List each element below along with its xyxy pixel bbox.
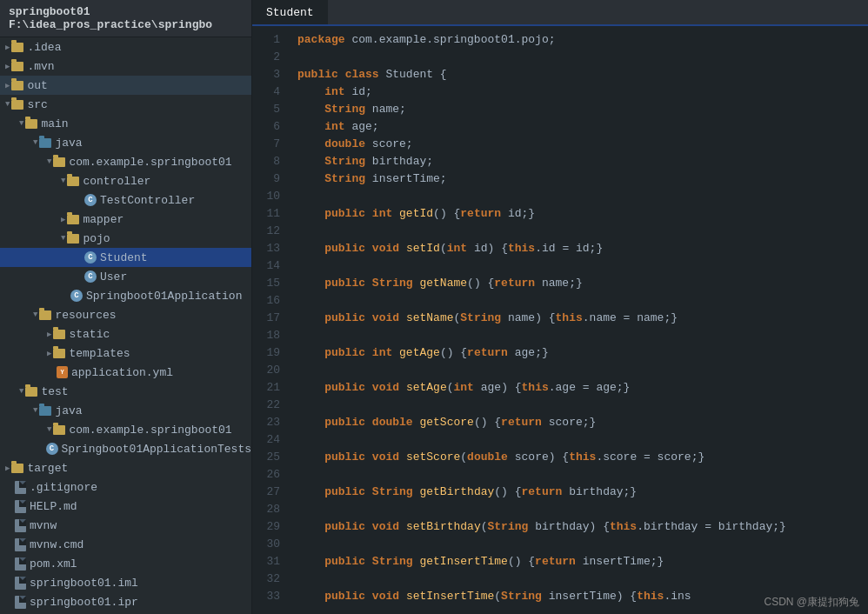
code-line: public String getName() {return name;} [297, 275, 868, 292]
code-line [297, 223, 868, 240]
tree-item-mapper[interactable]: mapper [0, 210, 251, 229]
file-icon [15, 596, 26, 609]
code-line: public String getInsertTime() {return in… [297, 553, 868, 571]
line-number: 2 [252, 49, 280, 66]
tree-item-pom[interactable]: pom.xml [0, 554, 251, 573]
code-line [297, 292, 868, 310]
code-line: public String getBirthday() {return birt… [297, 484, 868, 501]
code-line: public void setScore(double score) {this… [297, 449, 868, 466]
tree-item-src[interactable]: src [0, 95, 251, 114]
line-number: 25 [252, 449, 280, 466]
tab-student[interactable]: Student [252, 0, 328, 24]
class-icon: C [84, 194, 97, 206]
tree-item-application[interactable]: Yapplication.yml [0, 363, 251, 382]
file-icon [15, 481, 26, 494]
chevron-down-icon [19, 387, 23, 396]
chevron-right-icon [5, 464, 10, 473]
code-line [297, 571, 868, 588]
line-number: 27 [252, 484, 280, 501]
tree-item-controller[interactable]: controller [0, 171, 251, 190]
folder-icon [11, 464, 23, 473]
file-tree[interactable]: springboot01 F:\idea_pros_practice\sprin… [0, 0, 252, 614]
tree-item-label: Student [100, 251, 148, 264]
tree-item-label: static [69, 328, 110, 341]
tree-item-label: test [41, 385, 68, 398]
code-line: String insertTime; [297, 170, 868, 188]
line-number: 4 [252, 83, 280, 101]
line-number: 22 [252, 397, 280, 414]
folder-icon [11, 81, 23, 90]
folder-icon [67, 177, 79, 186]
tree-item-label: templates [69, 347, 130, 360]
tree-item-templates[interactable]: templates [0, 344, 251, 363]
tree-item-User[interactable]: CUser [0, 267, 251, 286]
tree-item-mvnw-file[interactable]: mvnw [0, 516, 251, 535]
tree-container: .idea.mvnoutsrcmainjavacom.example.sprin… [0, 37, 251, 614]
tree-item-label: TestController [100, 194, 195, 207]
line-number: 21 [252, 379, 280, 397]
tab-bar: Student [252, 0, 868, 26]
folder-icon [11, 43, 23, 52]
line-number: 7 [252, 136, 280, 153]
code-line [297, 188, 868, 205]
code-line: public int getId() {return id;} [297, 205, 868, 223]
tree-item-test[interactable]: test [0, 382, 251, 401]
line-number: 10 [252, 188, 280, 205]
tree-item-idea[interactable]: .idea [0, 37, 251, 57]
class-icon: C [84, 251, 97, 264]
folder-icon [11, 62, 23, 71]
tree-item-main[interactable]: main [0, 114, 251, 133]
tree-item-label: java [55, 137, 82, 150]
tree-item-java-test[interactable]: java [0, 401, 251, 420]
tree-item-label: resources [55, 309, 116, 322]
tree-item-com[interactable]: com.example.springboot01 [0, 152, 251, 171]
tree-item-target[interactable]: target [0, 458, 251, 477]
chevron-right-icon [5, 43, 10, 52]
code-line: public int getAge() {return age;} [297, 344, 868, 362]
code-line: public void setBirthday(String birthday)… [297, 518, 868, 536]
tree-item-label: HELP.md [30, 500, 77, 513]
tree-item-TestController[interactable]: CTestController [0, 190, 251, 210]
line-number: 19 [252, 344, 280, 362]
tree-item-ipr[interactable]: springboot01.ipr [0, 592, 251, 611]
line-number: 17 [252, 310, 280, 327]
tree-item-Springboot01Application[interactable]: CSpringboot01Application [0, 286, 251, 305]
tree-item-pojo[interactable]: pojo [0, 229, 251, 248]
tree-item-HELP[interactable]: HELP.md [0, 497, 251, 516]
code-line [297, 501, 868, 518]
tree-item-out[interactable]: out [0, 76, 251, 95]
folder-icon [67, 234, 79, 244]
tree-item-com-test[interactable]: com.example.springboot01 [0, 420, 251, 439]
code-line: public class Student { [297, 66, 868, 83]
tree-item-Student[interactable]: CStudent [0, 248, 251, 267]
tree-item-java[interactable]: java [0, 133, 251, 152]
tree-item-label: springboot01.ipr [30, 596, 138, 609]
editor-panel: Student 12345678910111213141516171819202… [252, 0, 868, 614]
chevron-right-icon [47, 330, 51, 339]
chevron-right-icon [5, 62, 10, 71]
tree-item-label: com.example.springboot01 [69, 156, 231, 169]
line-number: 5 [252, 101, 280, 118]
file-icon [15, 577, 26, 590]
line-number: 12 [252, 223, 280, 240]
line-numbers: 1234567891011121314151617181920212223242… [252, 26, 289, 614]
chevron-down-icon [47, 157, 51, 166]
folder-icon [53, 330, 65, 339]
tree-item-label: Springboot01Application [86, 290, 242, 303]
tree-item-static[interactable]: static [0, 324, 251, 344]
tree-item-mvn[interactable]: .mvn [0, 57, 251, 76]
tree-item-mvnw-cmd[interactable]: mvnw.cmd [0, 535, 251, 554]
line-number: 32 [252, 571, 280, 588]
code-area[interactable]: package com.example.springboot01.pojo; p… [289, 26, 868, 614]
line-number: 30 [252, 536, 280, 553]
tree-item-iml[interactable]: springboot01.iml [0, 573, 251, 592]
line-number: 14 [252, 257, 280, 275]
tree-item-label: controller [83, 175, 150, 188]
chevron-down-icon [19, 119, 23, 128]
tree-item-resources[interactable]: resources [0, 305, 251, 324]
code-line [297, 362, 868, 379]
tree-item-Springboot01AppTests[interactable]: CSpringboot01ApplicationTests [0, 439, 251, 458]
code-line [297, 431, 868, 449]
tree-item-gitignore[interactable]: .gitignore [0, 477, 251, 497]
chevron-right-icon [47, 349, 51, 358]
